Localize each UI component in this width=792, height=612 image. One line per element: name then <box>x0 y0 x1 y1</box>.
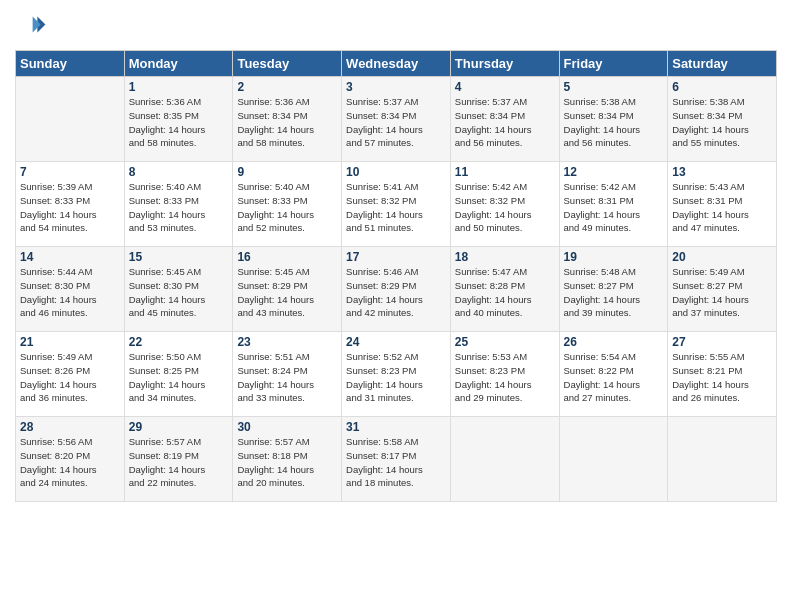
day-info: Sunrise: 5:53 AM Sunset: 8:23 PM Dayligh… <box>455 350 555 405</box>
day-info: Sunrise: 5:38 AM Sunset: 8:34 PM Dayligh… <box>564 95 664 150</box>
calendar-cell: 15Sunrise: 5:45 AM Sunset: 8:30 PM Dayli… <box>124 247 233 332</box>
calendar-cell: 2Sunrise: 5:36 AM Sunset: 8:34 PM Daylig… <box>233 77 342 162</box>
day-info: Sunrise: 5:37 AM Sunset: 8:34 PM Dayligh… <box>346 95 446 150</box>
day-info: Sunrise: 5:54 AM Sunset: 8:22 PM Dayligh… <box>564 350 664 405</box>
day-info: Sunrise: 5:52 AM Sunset: 8:23 PM Dayligh… <box>346 350 446 405</box>
day-info: Sunrise: 5:38 AM Sunset: 8:34 PM Dayligh… <box>672 95 772 150</box>
day-number: 23 <box>237 335 337 349</box>
col-monday: Monday <box>124 51 233 77</box>
day-number: 20 <box>672 250 772 264</box>
day-info: Sunrise: 5:44 AM Sunset: 8:30 PM Dayligh… <box>20 265 120 320</box>
calendar-cell <box>559 417 668 502</box>
calendar-cell <box>668 417 777 502</box>
day-info: Sunrise: 5:45 AM Sunset: 8:29 PM Dayligh… <box>237 265 337 320</box>
calendar-cell <box>450 417 559 502</box>
day-info: Sunrise: 5:57 AM Sunset: 8:19 PM Dayligh… <box>129 435 229 490</box>
col-thursday: Thursday <box>450 51 559 77</box>
day-number: 13 <box>672 165 772 179</box>
calendar-cell: 23Sunrise: 5:51 AM Sunset: 8:24 PM Dayli… <box>233 332 342 417</box>
calendar-cell: 31Sunrise: 5:58 AM Sunset: 8:17 PM Dayli… <box>342 417 451 502</box>
day-number: 15 <box>129 250 229 264</box>
calendar-cell: 19Sunrise: 5:48 AM Sunset: 8:27 PM Dayli… <box>559 247 668 332</box>
calendar-cell: 3Sunrise: 5:37 AM Sunset: 8:34 PM Daylig… <box>342 77 451 162</box>
day-number: 9 <box>237 165 337 179</box>
day-info: Sunrise: 5:56 AM Sunset: 8:20 PM Dayligh… <box>20 435 120 490</box>
calendar-cell: 27Sunrise: 5:55 AM Sunset: 8:21 PM Dayli… <box>668 332 777 417</box>
day-number: 10 <box>346 165 446 179</box>
calendar-cell: 29Sunrise: 5:57 AM Sunset: 8:19 PM Dayli… <box>124 417 233 502</box>
day-number: 28 <box>20 420 120 434</box>
day-number: 17 <box>346 250 446 264</box>
day-number: 14 <box>20 250 120 264</box>
day-info: Sunrise: 5:37 AM Sunset: 8:34 PM Dayligh… <box>455 95 555 150</box>
day-info: Sunrise: 5:40 AM Sunset: 8:33 PM Dayligh… <box>129 180 229 235</box>
day-number: 22 <box>129 335 229 349</box>
calendar-cell: 16Sunrise: 5:45 AM Sunset: 8:29 PM Dayli… <box>233 247 342 332</box>
calendar-cell: 10Sunrise: 5:41 AM Sunset: 8:32 PM Dayli… <box>342 162 451 247</box>
header-row: Sunday Monday Tuesday Wednesday Thursday… <box>16 51 777 77</box>
calendar-week-5: 28Sunrise: 5:56 AM Sunset: 8:20 PM Dayli… <box>16 417 777 502</box>
day-number: 16 <box>237 250 337 264</box>
day-number: 12 <box>564 165 664 179</box>
calendar-header: Sunday Monday Tuesday Wednesday Thursday… <box>16 51 777 77</box>
day-info: Sunrise: 5:43 AM Sunset: 8:31 PM Dayligh… <box>672 180 772 235</box>
calendar-cell: 11Sunrise: 5:42 AM Sunset: 8:32 PM Dayli… <box>450 162 559 247</box>
day-number: 2 <box>237 80 337 94</box>
day-number: 24 <box>346 335 446 349</box>
day-info: Sunrise: 5:36 AM Sunset: 8:34 PM Dayligh… <box>237 95 337 150</box>
calendar-cell: 8Sunrise: 5:40 AM Sunset: 8:33 PM Daylig… <box>124 162 233 247</box>
day-number: 27 <box>672 335 772 349</box>
day-info: Sunrise: 5:42 AM Sunset: 8:31 PM Dayligh… <box>564 180 664 235</box>
calendar-cell: 28Sunrise: 5:56 AM Sunset: 8:20 PM Dayli… <box>16 417 125 502</box>
calendar-cell: 20Sunrise: 5:49 AM Sunset: 8:27 PM Dayli… <box>668 247 777 332</box>
day-number: 25 <box>455 335 555 349</box>
day-number: 7 <box>20 165 120 179</box>
day-number: 3 <box>346 80 446 94</box>
calendar-table: Sunday Monday Tuesday Wednesday Thursday… <box>15 50 777 502</box>
calendar-cell: 12Sunrise: 5:42 AM Sunset: 8:31 PM Dayli… <box>559 162 668 247</box>
day-info: Sunrise: 5:50 AM Sunset: 8:25 PM Dayligh… <box>129 350 229 405</box>
calendar-cell: 4Sunrise: 5:37 AM Sunset: 8:34 PM Daylig… <box>450 77 559 162</box>
col-wednesday: Wednesday <box>342 51 451 77</box>
calendar-cell: 25Sunrise: 5:53 AM Sunset: 8:23 PM Dayli… <box>450 332 559 417</box>
calendar-week-2: 7Sunrise: 5:39 AM Sunset: 8:33 PM Daylig… <box>16 162 777 247</box>
day-info: Sunrise: 5:41 AM Sunset: 8:32 PM Dayligh… <box>346 180 446 235</box>
calendar-cell: 22Sunrise: 5:50 AM Sunset: 8:25 PM Dayli… <box>124 332 233 417</box>
day-info: Sunrise: 5:46 AM Sunset: 8:29 PM Dayligh… <box>346 265 446 320</box>
day-info: Sunrise: 5:58 AM Sunset: 8:17 PM Dayligh… <box>346 435 446 490</box>
logo-icon <box>15 10 47 42</box>
day-number: 4 <box>455 80 555 94</box>
col-tuesday: Tuesday <box>233 51 342 77</box>
main-container: Sunday Monday Tuesday Wednesday Thursday… <box>0 0 792 612</box>
calendar-cell: 14Sunrise: 5:44 AM Sunset: 8:30 PM Dayli… <box>16 247 125 332</box>
col-sunday: Sunday <box>16 51 125 77</box>
calendar-cell: 26Sunrise: 5:54 AM Sunset: 8:22 PM Dayli… <box>559 332 668 417</box>
day-number: 19 <box>564 250 664 264</box>
day-info: Sunrise: 5:40 AM Sunset: 8:33 PM Dayligh… <box>237 180 337 235</box>
calendar-cell: 5Sunrise: 5:38 AM Sunset: 8:34 PM Daylig… <box>559 77 668 162</box>
day-info: Sunrise: 5:57 AM Sunset: 8:18 PM Dayligh… <box>237 435 337 490</box>
day-number: 30 <box>237 420 337 434</box>
calendar-cell: 7Sunrise: 5:39 AM Sunset: 8:33 PM Daylig… <box>16 162 125 247</box>
day-number: 8 <box>129 165 229 179</box>
day-info: Sunrise: 5:49 AM Sunset: 8:27 PM Dayligh… <box>672 265 772 320</box>
day-info: Sunrise: 5:36 AM Sunset: 8:35 PM Dayligh… <box>129 95 229 150</box>
day-info: Sunrise: 5:55 AM Sunset: 8:21 PM Dayligh… <box>672 350 772 405</box>
calendar-cell: 30Sunrise: 5:57 AM Sunset: 8:18 PM Dayli… <box>233 417 342 502</box>
calendar-body: 1Sunrise: 5:36 AM Sunset: 8:35 PM Daylig… <box>16 77 777 502</box>
calendar-week-3: 14Sunrise: 5:44 AM Sunset: 8:30 PM Dayli… <box>16 247 777 332</box>
day-info: Sunrise: 5:42 AM Sunset: 8:32 PM Dayligh… <box>455 180 555 235</box>
day-info: Sunrise: 5:51 AM Sunset: 8:24 PM Dayligh… <box>237 350 337 405</box>
logo <box>15 10 51 42</box>
day-number: 18 <box>455 250 555 264</box>
calendar-cell: 18Sunrise: 5:47 AM Sunset: 8:28 PM Dayli… <box>450 247 559 332</box>
calendar-cell: 24Sunrise: 5:52 AM Sunset: 8:23 PM Dayli… <box>342 332 451 417</box>
calendar-week-4: 21Sunrise: 5:49 AM Sunset: 8:26 PM Dayli… <box>16 332 777 417</box>
day-number: 31 <box>346 420 446 434</box>
header <box>15 10 777 42</box>
day-number: 11 <box>455 165 555 179</box>
calendar-cell: 17Sunrise: 5:46 AM Sunset: 8:29 PM Dayli… <box>342 247 451 332</box>
calendar-cell: 13Sunrise: 5:43 AM Sunset: 8:31 PM Dayli… <box>668 162 777 247</box>
day-number: 1 <box>129 80 229 94</box>
day-info: Sunrise: 5:49 AM Sunset: 8:26 PM Dayligh… <box>20 350 120 405</box>
